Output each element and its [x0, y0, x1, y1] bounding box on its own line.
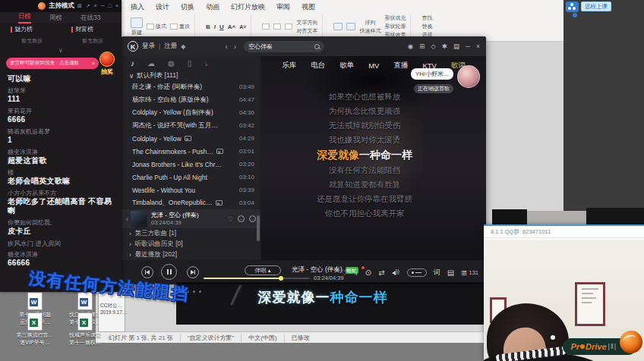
device-icon[interactable]: ▯ — [188, 59, 192, 67]
chat-username[interactable]: 骑着灰机追着梦 — [8, 128, 117, 136]
singer-bubble[interactable]: YH/小虾米... 正在唱这首歌 — [411, 65, 480, 93]
settings-icon[interactable]: ✱ — [442, 42, 447, 50]
language-indicator[interactable]: 中文(中国) — [242, 334, 284, 342]
reset-button[interactable]: 重设 — [179, 23, 190, 30]
playlist-row[interactable]: Jonas Brothers - Like It's Chr… 03:20 — [122, 158, 260, 171]
volume-icon[interactable] — [392, 269, 400, 276]
sound-effect-pill[interactable] — [407, 268, 427, 277]
search-box[interactable]: 空心伴奏 — [244, 41, 324, 52]
search-icon[interactable] — [314, 44, 320, 49]
align-center-icon[interactable] — [273, 24, 281, 30]
ppt-ribbon-tab[interactable]: 设计 — [156, 2, 169, 12]
chat-tab[interactable]: 日榜 — [18, 12, 31, 24]
chat-username[interactable]: 楼 — [8, 169, 117, 177]
scrollbar[interactable] — [257, 215, 260, 241]
kugou-logo-icon[interactable]: K — [128, 41, 138, 52]
kugou-titlebar[interactable]: K 登录 | 注册 ◆ ‹ › 空心伴奏 ◉ ⊞ ◇ ✱ ▤ ─ × — [122, 36, 486, 56]
playlist-row[interactable]: Timbaland、OneRepublic… ▶ 03:04 — [122, 196, 260, 209]
align-left-icon[interactable] — [262, 24, 270, 30]
feedback-icon[interactable]: ▤ — [447, 268, 454, 277]
bold-button[interactable]: B — [206, 24, 210, 30]
cloud-music-icon[interactable]: ☁ — [147, 59, 155, 67]
playlist-section[interactable]: › 最近播放 [202] — [122, 250, 260, 260]
popout-icon[interactable]: ↗ — [86, 3, 90, 9]
playlist-row[interactable]: The Chainsmokers - Push… ▶ 03:01 — [122, 145, 260, 158]
shapes-gallery-icon[interactable] — [333, 23, 343, 30]
ppt-ribbon-tab[interactable]: 幻灯片放映 — [231, 2, 265, 12]
grid-icon[interactable]: ⊞ — [77, 3, 82, 9]
singer-name[interactable]: YH/小虾米... — [411, 68, 453, 80]
mv-icon[interactable]: ▶ — [216, 149, 223, 154]
comment-icon[interactable]: ⊙ — [365, 268, 371, 277]
shape-fill-button[interactable]: 形状填充 — [384, 14, 406, 22]
shrink-font-button[interactable]: A˅ — [239, 24, 246, 30]
playlist-header[interactable]: ∨ 默认列表 [111] — [122, 71, 260, 80]
chat-username[interactable]: 你要如何回忆我, — [8, 219, 117, 227]
chat-username[interactable]: 糖变冰淇淋 — [8, 149, 117, 156]
desktop-shortcut[interactable]: X 悦城声乐课堂 第十一届权… — [64, 312, 106, 346]
karaoke-lyric-window[interactable]: 深爱就像一种命一样 — [176, 282, 492, 325]
chat-username[interactable]: 糖变冰淇淋 — [8, 251, 117, 259]
ppt-ribbon-tab[interactable]: 审阅 — [276, 2, 290, 12]
chat-tab[interactable]: 周榜 — [49, 14, 62, 23]
login-link[interactable]: 登录 — [142, 42, 155, 51]
listen-together-icon[interactable]: ◉ — [408, 42, 413, 50]
forward-icon[interactable]: › — [234, 42, 236, 51]
ppt-ribbon-tab[interactable]: 视图 — [301, 2, 315, 12]
menu-icon[interactable]: ≡ — [94, 3, 97, 9]
minimize-icon[interactable]: ─ — [101, 3, 105, 9]
desktop-shortcut[interactable]: X 第三届流行音… 道VIP学号… — [14, 312, 56, 346]
align-text-button[interactable]: 对齐文本 — [296, 27, 317, 35]
search-input[interactable]: 空心伴奏 — [248, 42, 273, 51]
quick-styles-button[interactable]: 快速样式 — [359, 27, 380, 35]
heart-icon[interactable]: ♡ — [341, 268, 348, 277]
playlist-row[interactable]: 周杰伦 - 说好不哭(with 五月天… 03:42 — [122, 119, 260, 132]
playlist-row[interactable]: Coldplay - Yellow (自制伴奏) 04:30 — [122, 106, 260, 119]
collapse-left-icon[interactable]: ‹ — [126, 215, 128, 223]
download-icon[interactable]: ↓ — [204, 59, 208, 67]
chat-username[interactable]: 疾风水门 进入房间 — [8, 240, 117, 247]
new-slide-button[interactable]: 新建 — [131, 17, 143, 36]
back-icon[interactable]: ‹ — [225, 42, 227, 51]
rank-section[interactable]: 魅力榜 暂无数据 — [0, 25, 61, 45]
banner-close-icon[interactable]: × — [92, 61, 95, 66]
nav-tab[interactable]: MV — [368, 61, 379, 70]
nav-tab[interactable]: 歌单 — [339, 61, 354, 71]
vip-icon[interactable]: ◆ — [181, 43, 185, 50]
webcam-header[interactable]: 8.1.1 QQ群: 623471011 — [484, 226, 644, 238]
playlist-row[interactable]: Coldplay - Yellow ▶ 04:29 — [122, 132, 260, 145]
nav-tab[interactable]: 乐库 — [282, 61, 296, 71]
find-button[interactable]: 查找 — [421, 14, 432, 22]
rank-section[interactable]: 财富榜 暂无数据 — [61, 25, 122, 45]
register-link[interactable]: 注册 — [164, 42, 177, 51]
ppt-ribbon-tab[interactable]: 插入 — [131, 2, 144, 12]
playlist-row[interactable]: 杨宗纬 - 空白格 (原版伴奏) 04:47 — [122, 93, 260, 106]
playlist-section[interactable]: › 第三方歌曲 [1] — [122, 228, 260, 239]
delete-icon[interactable]: − — [238, 215, 245, 222]
radio-icon[interactable]: ◍ — [168, 59, 175, 67]
layout-button[interactable]: 版式 — [156, 23, 166, 30]
shape-outline-button[interactable]: 形状轮廓 — [384, 23, 406, 30]
arrange-button[interactable]: 排列 — [365, 19, 375, 27]
previous-button[interactable] — [141, 266, 153, 278]
mv-icon[interactable]: ▶ — [216, 200, 223, 206]
local-music-icon[interactable]: ♪ — [131, 59, 134, 67]
close-icon[interactable]: × — [476, 42, 480, 50]
replace-button[interactable]: 替换 — [421, 23, 432, 30]
pause-button[interactable] — [161, 264, 177, 280]
skin-icon[interactable]: ◇ — [431, 42, 436, 50]
playlist-section[interactable]: › 听歌识曲历史 [0] — [122, 239, 260, 250]
chat-username[interactable]: 茉莉花开 — [8, 108, 117, 115]
heart-icon[interactable]: ♡ — [227, 215, 233, 223]
task-banner[interactable]: 发言即可获得50贝壳 · 点击领取 × — [6, 58, 99, 69]
avatar[interactable] — [457, 65, 480, 88]
mv-icon[interactable]: ▶ — [185, 136, 191, 141]
maximize-icon[interactable]: □ — [109, 3, 112, 9]
nav-tab[interactable]: 直播 — [393, 61, 408, 71]
nav-tab[interactable]: 电台 — [311, 61, 325, 71]
apps-icon[interactable]: ⊞ — [419, 42, 425, 50]
text-direction-button[interactable]: 文字方向 — [296, 19, 317, 27]
chat-username[interactable]: 小方小方从来不方 — [8, 190, 117, 197]
next-button[interactable] — [187, 266, 199, 278]
ppt-ribbon-tab[interactable]: 动画 — [206, 2, 219, 12]
